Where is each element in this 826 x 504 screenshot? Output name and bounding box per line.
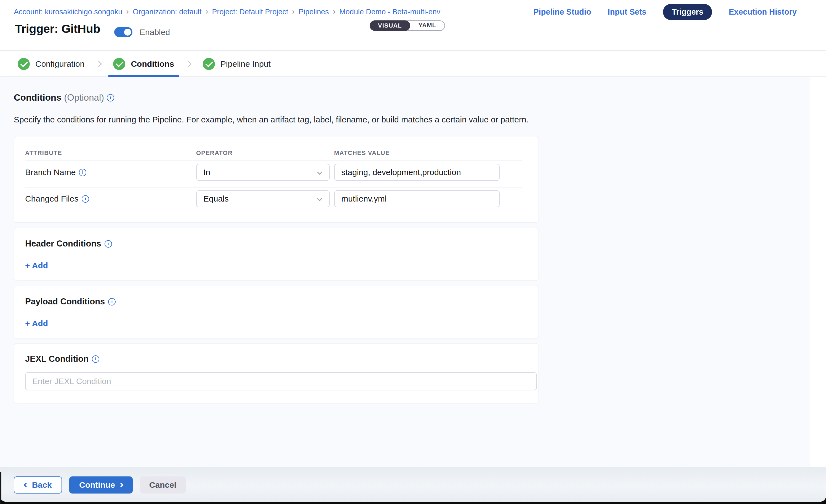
step-complete-check-icon — [113, 58, 125, 70]
column-header-attribute: ATTRIBUTE — [25, 149, 62, 156]
page-header: Account: kurosakiichigo.songoku › Organi… — [0, 0, 826, 51]
back-button[interactable]: Back — [14, 477, 62, 494]
footer-buttons: Back Continue Cancel — [14, 477, 186, 494]
table-divider — [25, 161, 522, 161]
table-divider — [25, 187, 522, 188]
wizard-tabbar: Configuration Conditions Pipeline Input — [0, 51, 826, 77]
jexl-condition-title: JEXL Condition i — [25, 354, 99, 364]
branch-operator-select[interactable]: In — [196, 164, 330, 181]
section-optional-suffix: (Optional) — [64, 92, 104, 103]
add-payload-condition-button[interactable]: + Add — [25, 319, 48, 328]
info-icon[interactable]: i — [92, 356, 99, 363]
chevron-down-icon — [317, 170, 322, 175]
header-conditions-title: Header Conditions i — [25, 239, 112, 249]
app-window: Account: kurosakiichigo.songoku › Organi… — [0, 0, 826, 502]
yaml-segment[interactable]: YAML — [410, 20, 445, 31]
breadcrumb: Account: kurosakiichigo.songoku › Organi… — [14, 7, 440, 16]
add-header-condition-button[interactable]: + Add — [25, 261, 48, 270]
nav-triggers[interactable]: Triggers — [663, 4, 712, 20]
step-label: Configuration — [35, 59, 84, 69]
selected-operator: Equals — [203, 194, 229, 203]
payload-conditions-title: Payload Conditions i — [25, 297, 116, 307]
toggle-knob — [123, 28, 132, 37]
conditions-table-card: ATTRIBUTE OPERATOR MATCHES VALUE Branch … — [14, 137, 539, 223]
conditions-page-content: Conditions (Optional) i Specify the cond… — [0, 77, 826, 467]
info-icon[interactable]: i — [108, 298, 116, 306]
nav-pipeline-studio[interactable]: Pipeline Studio — [533, 7, 591, 16]
info-icon[interactable]: i — [105, 240, 112, 248]
card-title-text: Header Conditions — [25, 239, 101, 249]
tab-pipeline-input[interactable]: Pipeline Input — [203, 58, 271, 70]
trigger-enabled-toggle[interactable] — [114, 27, 132, 37]
pipeline-top-nav: Pipeline Studio Input Sets Triggers Exec… — [533, 4, 797, 20]
card-title-text: JEXL Condition — [25, 354, 88, 364]
chevron-right-icon — [96, 61, 102, 67]
enabled-label: Enabled — [139, 27, 170, 37]
breadcrumb-pipeline-name-link[interactable]: Module Demo - Beta-multi-env — [339, 8, 440, 16]
column-header-operator: OPERATOR — [196, 149, 233, 156]
cancel-button[interactable]: Cancel — [140, 477, 186, 494]
info-icon[interactable]: i — [107, 94, 114, 102]
breadcrumb-separator-icon: › — [333, 7, 336, 16]
cancel-button-label: Cancel — [149, 480, 176, 490]
step-label: Conditions — [131, 59, 174, 69]
chevron-right-icon — [185, 61, 192, 67]
breadcrumb-separator-icon: › — [292, 7, 295, 16]
page-title: Trigger: GitHub — [15, 22, 100, 36]
conditions-section-heading: Conditions (Optional) i — [14, 92, 114, 103]
header-conditions-card: Header Conditions i + Add — [14, 228, 539, 280]
step-label: Pipeline Input — [221, 59, 271, 69]
jexl-condition-card: JEXL Condition i — [14, 343, 539, 403]
info-icon[interactable]: i — [79, 169, 86, 176]
table-row-changed-files: Changed Files i — [25, 194, 89, 203]
chevron-down-icon — [317, 196, 322, 201]
wizard-stepper: Configuration Conditions Pipeline Input — [18, 51, 271, 77]
continue-button-label: Continue — [79, 480, 115, 490]
attribute-label: Branch Name — [25, 168, 75, 177]
payload-conditions-card: Payload Conditions i + Add — [14, 286, 539, 338]
visual-segment[interactable]: VISUAL — [370, 20, 410, 31]
attribute-label: Changed Files — [25, 194, 78, 203]
breadcrumb-org-link[interactable]: Organization: default — [133, 8, 201, 16]
breadcrumb-project-link[interactable]: Project: Default Project — [212, 8, 288, 16]
desktop-edge — [0, 472, 1, 504]
step-complete-check-icon — [18, 58, 30, 70]
info-icon[interactable]: i — [82, 195, 89, 203]
nav-execution-history[interactable]: Execution History — [728, 7, 797, 16]
section-title: Conditions — [14, 92, 61, 103]
chevron-right-icon — [119, 483, 123, 488]
jexl-condition-input[interactable] — [25, 372, 537, 390]
breadcrumb-separator-icon: › — [205, 7, 208, 16]
tab-conditions[interactable]: Conditions — [113, 58, 174, 70]
breadcrumb-pipelines-link[interactable]: Pipelines — [299, 8, 329, 16]
breadcrumb-separator-icon: › — [126, 7, 129, 16]
visual-yaml-switch: VISUAL YAML — [370, 20, 445, 31]
back-button-label: Back — [32, 480, 52, 490]
breadcrumb-account-link[interactable]: Account: kurosakiichigo.songoku — [14, 8, 122, 16]
chevron-left-icon — [23, 483, 28, 488]
table-row-branch-name: Branch Name i — [25, 168, 86, 177]
selected-operator: In — [203, 168, 210, 177]
step-complete-check-icon — [203, 58, 215, 70]
changed-files-matches-value-input[interactable] — [334, 190, 499, 207]
branch-matches-value-input[interactable] — [334, 164, 499, 181]
column-header-matches-value: MATCHES VALUE — [334, 149, 390, 156]
changed-files-operator-select[interactable]: Equals — [196, 190, 330, 207]
card-title-text: Payload Conditions — [25, 297, 105, 307]
wizard-footer: Back Continue Cancel — [0, 467, 826, 502]
continue-button[interactable]: Continue — [69, 477, 133, 494]
tab-configuration[interactable]: Configuration — [18, 58, 84, 70]
section-description: Specify the conditions for running the P… — [14, 115, 529, 124]
nav-input-sets[interactable]: Input Sets — [608, 7, 646, 16]
